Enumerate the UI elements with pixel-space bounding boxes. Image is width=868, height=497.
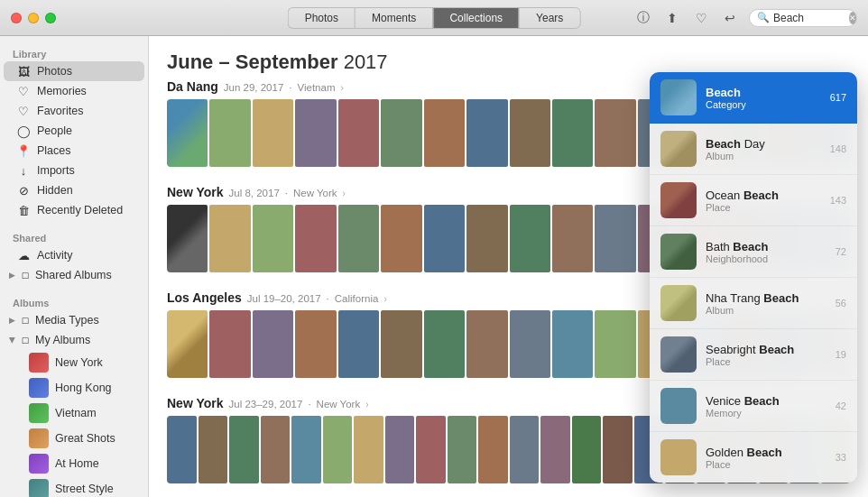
sidebar-label-shared-albums: Shared Albums [35, 269, 112, 281]
sidebar-item-places[interactable]: 📍 Places [4, 141, 144, 161]
album-label: Great Shots [55, 432, 115, 445]
item-title-highlight: Beach [747, 446, 782, 459]
info-icon[interactable]: ⓘ [633, 8, 653, 28]
photo-thumb [572, 416, 602, 483]
item-title: Ocean Beach [706, 189, 821, 202]
shared-section-label: Shared [0, 227, 148, 245]
collection-location: New York [293, 188, 337, 198]
sidebar-item-activity[interactable]: ☁ Activity [4, 245, 144, 265]
sidebar-item-recently-deleted[interactable]: 🗑 Recently Deleted [4, 200, 144, 220]
item-title: Nha Trang Beach [706, 291, 826, 305]
share-icon[interactable]: ⬆ [662, 8, 682, 28]
library-section-label: Library [0, 43, 148, 61]
item-count: 72 [836, 246, 846, 257]
sidebar-item-album-street-style[interactable]: Street Style [4, 476, 144, 497]
sidebar-item-people[interactable]: ◯ People [4, 121, 144, 141]
photo-thumb [261, 416, 291, 483]
search-clear-button[interactable]: ✕ [849, 12, 856, 24]
sidebar-item-favorites[interactable]: ♡ Favorites [4, 101, 144, 121]
photo-thumb [510, 416, 540, 483]
sidebar-item-hidden[interactable]: ⊘ Hidden [4, 180, 144, 200]
maximize-button[interactable] [45, 13, 56, 23]
photo-thumb [354, 416, 383, 483]
sidebar-item-album-at-home[interactable]: At Home [4, 451, 144, 476]
search-input[interactable] [773, 12, 845, 24]
dropdown-item-seabright[interactable]: Seabright Beach Place 19 [650, 329, 857, 381]
collection-location: Vietnam [298, 82, 336, 93]
media-types-expand[interactable]: ▶ □ Media Types [4, 310, 144, 330]
item-title-highlight: Beach [759, 343, 794, 356]
collection-date: Jul 23–29, 2017 [229, 399, 303, 410]
item-info: Nha Trang Beach Album [706, 291, 826, 316]
minimize-button[interactable] [28, 13, 39, 23]
item-subtitle: Neighborhood [706, 253, 826, 264]
album-thumbnail [29, 428, 49, 448]
item-title: Seabright Beach [706, 343, 826, 356]
activity-icon: ☁ [16, 248, 31, 262]
item-title: Beach [706, 86, 821, 99]
places-icon: 📍 [16, 143, 31, 158]
item-subtitle: Place [706, 356, 826, 367]
photo-thumb [540, 416, 570, 483]
dropdown-item-bath-beach[interactable]: Bath Beach Neighborhood 72 [650, 226, 857, 278]
item-count: 19 [836, 349, 846, 360]
photo-thumb [466, 205, 507, 272]
sidebar-item-album-hong-kong[interactable]: Hong Kong [4, 375, 144, 400]
sidebar-item-imports[interactable]: ↓ Imports [4, 161, 144, 180]
item-count: 148 [830, 143, 846, 154]
sidebar-item-photos[interactable]: 🖼 Photos [4, 61, 144, 81]
sidebar-label-imports: Imports [37, 164, 75, 177]
shared-albums-expand[interactable]: ▶ □ Shared Albums [4, 265, 144, 285]
photo-thumb [466, 310, 507, 378]
close-button[interactable] [11, 13, 22, 23]
photos-icon: 🖼 [16, 64, 31, 78]
dropdown-item-beach-category[interactable]: Beach Category 617 [650, 72, 857, 124]
heart-icon[interactable]: ♡ [691, 8, 711, 28]
sidebar-label-media-types: Media Types [35, 314, 99, 327]
tab-years[interactable]: Years [519, 7, 580, 29]
item-subtitle: Place [706, 202, 821, 213]
photo-thumb [295, 99, 336, 167]
tab-moments[interactable]: Moments [355, 7, 432, 29]
dropdown-item-venice-beach[interactable]: Venice Beach Memory 42 [650, 381, 857, 432]
photo-thumb [229, 416, 259, 483]
photo-thumb [295, 310, 336, 378]
dropdown-item-nha-trang[interactable]: Nha Trang Beach Album 56 [650, 278, 857, 329]
dropdown-item-beach-day[interactable]: Beach Day Album 148 [650, 124, 857, 175]
photo-thumb [253, 310, 293, 378]
item-title: Beach Day [706, 137, 821, 151]
photo-thumb [595, 310, 635, 378]
photo-thumb [338, 99, 379, 167]
tab-collections[interactable]: Collections [432, 7, 519, 29]
sidebar-item-album-great-shots[interactable]: Great Shots [4, 426, 144, 451]
item-thumbnail [660, 131, 697, 167]
photo-thumb [448, 416, 477, 483]
tab-photos[interactable]: Photos [288, 7, 355, 29]
item-info: Beach Category [706, 86, 821, 110]
photo-thumb [253, 99, 293, 167]
hidden-icon: ⊘ [16, 183, 31, 198]
my-albums-expand[interactable]: ▶ □ My Albums [4, 330, 144, 350]
collection-arrow: › [341, 83, 344, 93]
dropdown-item-ocean-beach[interactable]: Ocean Beach Place 143 [650, 175, 857, 226]
album-thumbnail [29, 454, 49, 474]
item-count: 42 [836, 400, 846, 411]
my-albums-icon: □ [18, 333, 32, 347]
collection-location: New York [317, 399, 361, 410]
item-subtitle: Place [706, 459, 826, 470]
collection-name: Da Nang [167, 79, 218, 94]
sidebar-item-memories[interactable]: ♡ Memories [4, 81, 144, 101]
search-icon: 🔍 [757, 12, 770, 23]
dropdown-item-golden-beach[interactable]: Golden Beach Place 33 [650, 432, 857, 483]
people-icon: ◯ [16, 124, 31, 138]
window-controls [11, 13, 56, 23]
rotate-icon[interactable]: ↩ [720, 8, 740, 28]
photo-thumb [385, 416, 415, 483]
collection-name: Los Angeles [167, 290, 242, 305]
sidebar-item-album-new-york[interactable]: New York [4, 350, 144, 375]
photo-thumb [291, 416, 321, 483]
album-label: At Home [55, 457, 99, 470]
album-label: Hong Kong [55, 382, 112, 394]
shared-albums-icon: □ [18, 268, 32, 282]
sidebar-item-album-vietnam[interactable]: Vietnam [4, 400, 144, 426]
